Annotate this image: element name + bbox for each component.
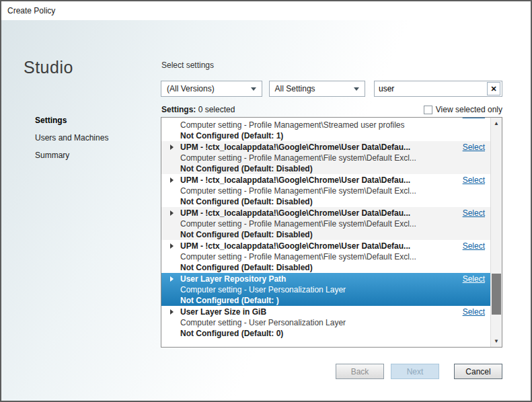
select-link[interactable]: Select (463, 241, 485, 251)
filter-bar: (All Versions) All Settings ✕ (161, 81, 502, 97)
back-button[interactable]: Back (336, 364, 384, 379)
next-button[interactable]: Next (391, 364, 439, 379)
setting-path: Computer setting - Profile Management\St… (180, 120, 485, 130)
search-input[interactable] (375, 81, 487, 96)
settings-dropdown-value: All Settings (275, 84, 315, 93)
setting-status: Not Configured (Default: Disabled) (180, 262, 485, 273)
setting-path: Computer setting - Profile Management\Fi… (180, 218, 485, 229)
setting-path: Computer setting - Profile Management\Fi… (180, 186, 485, 196)
setting-status: Not Configured (Default: Disabled) (180, 196, 485, 207)
settings-selected-count: Settings: 0 selected (161, 105, 235, 114)
setting-row[interactable]: UPM - !ctx_localappdata!\Google\Chrome\U… (161, 174, 490, 207)
wizard-steps: Settings Users and Machines Summary (1, 112, 161, 164)
select-link[interactable]: Select (463, 118, 485, 119)
version-dropdown[interactable]: (All Versions) (161, 81, 262, 97)
version-dropdown-value: (All Versions) (167, 84, 215, 93)
setting-title: UPM - !ctx_localappdata!\Google\Chrome\U… (180, 241, 410, 251)
create-policy-dialog: Create Policy Studio Settings Users and … (0, 0, 532, 402)
setting-path: Computer setting - User Personalization … (180, 284, 485, 295)
sidebar-item-users-and-machines[interactable]: Users and Machines (1, 129, 161, 147)
clear-search-icon[interactable]: ✕ (487, 82, 500, 95)
select-link[interactable]: Select (463, 208, 485, 218)
setting-row[interactable]: UPM - !ctx_localappdata!\Google\Chrome\U… (161, 141, 490, 174)
expand-arrow-icon[interactable] (170, 210, 174, 216)
setting-path: Computer setting - Profile Management\Fi… (180, 251, 485, 262)
setting-path: Computer setting - User Personalization … (180, 317, 485, 328)
setting-title: User Layer Repository Path (180, 274, 286, 284)
select-link[interactable]: Select (463, 175, 485, 185)
setting-status: Not Configured (Default: Disabled) (180, 229, 485, 240)
selection-summary-row: Settings: 0 selected View selected only (161, 105, 502, 114)
main-panel: Select settings (All Versions) All Setti… (161, 20, 502, 401)
sidebar: Studio Settings Users and Machines Summa… (1, 20, 161, 401)
expand-arrow-icon[interactable] (170, 243, 174, 249)
chevron-down-icon (251, 87, 256, 91)
setting-status: Not Configured (Default: 1) (180, 130, 485, 141)
view-selected-only: View selected only (424, 105, 502, 114)
setting-row[interactable]: UPM - !ctx_localappdata!\Google\Chrome\U… (161, 207, 490, 240)
setting-path: Computer setting - Profile Management\Fi… (180, 153, 485, 163)
scrollbar: ▲ ▼ (490, 118, 502, 347)
scroll-up-button[interactable]: ▲ (491, 118, 502, 129)
scrollbar-track[interactable] (491, 129, 502, 335)
search-box: ✕ (374, 81, 502, 97)
select-link[interactable]: Select (463, 274, 485, 284)
window-titlebar[interactable]: Create Policy (1, 1, 531, 20)
select-link[interactable]: Select (463, 307, 485, 317)
setting-row[interactable]: Select Computer setting - Profile Manage… (161, 118, 490, 141)
setting-title: UPM - !ctx_localappdata!\Google\Chrome\U… (180, 143, 410, 152)
expand-arrow-icon[interactable] (170, 276, 174, 282)
settings-list: Select Computer setting - Profile Manage… (161, 117, 502, 348)
scrollbar-thumb[interactable] (492, 274, 501, 315)
setting-status: Not Configured (Default: Disabled) (180, 163, 485, 174)
scroll-down-button[interactable]: ▼ (491, 335, 502, 347)
setting-row[interactable]: UPM - !ctx_localappdata!\Google\Chrome\U… (161, 240, 490, 273)
sidebar-item-summary[interactable]: Summary (1, 147, 161, 164)
view-selected-only-label: View selected only (436, 105, 502, 114)
settings-list-viewport: Select Computer setting - Profile Manage… (161, 118, 490, 347)
setting-title: UPM - !ctx_localappdata!\Google\Chrome\U… (180, 175, 410, 185)
settings-category-dropdown[interactable]: All Settings (269, 81, 365, 97)
setting-status: Not Configured (Default: 0) (180, 328, 485, 339)
cancel-button[interactable]: Cancel (454, 364, 502, 379)
page-title: Select settings (161, 61, 214, 70)
select-link[interactable]: Select (463, 143, 485, 152)
expand-arrow-icon[interactable] (170, 177, 174, 183)
setting-status: Not Configured (Default: ) (180, 295, 485, 306)
wizard-footer: Back Next Cancel (161, 364, 502, 379)
sidebar-item-settings[interactable]: Settings (1, 112, 161, 129)
expand-arrow-icon[interactable] (170, 309, 174, 315)
view-selected-only-checkbox[interactable] (424, 106, 432, 114)
chevron-down-icon (354, 87, 359, 91)
setting-row[interactable]: User Layer Size in GiB Select Computer s… (161, 306, 490, 339)
setting-title: User Layer Size in GiB (180, 307, 266, 317)
expand-arrow-icon[interactable] (170, 145, 174, 150)
studio-logo: Studio (24, 58, 73, 77)
setting-title: UPM - !ctx_localappdata!\Google\Chrome\U… (180, 208, 410, 218)
setting-row-selected[interactable]: User Layer Repository Path Select Comput… (161, 273, 490, 306)
dialog-body: Studio Settings Users and Machines Summa… (1, 20, 531, 401)
window-title: Create Policy (7, 6, 55, 15)
